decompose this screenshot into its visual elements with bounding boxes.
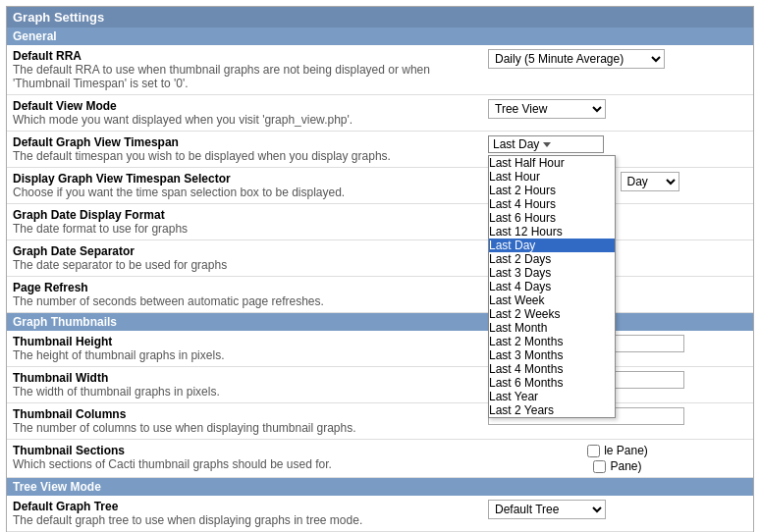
timespan-dropdown: Last Half Hour Last Hour Last 2 Hours La… <box>488 155 616 418</box>
default-graph-timespan-row: Default Graph View Timespan The default … <box>7 132 753 168</box>
default-view-mode-row: Default View Mode Which mode you want di… <box>7 95 753 132</box>
thumbnail-sections-label2: Pane) <box>610 459 641 473</box>
thumbnail-columns-label: Thumbnail Columns The number of columns … <box>13 407 484 435</box>
thumbnail-sections-checkbox2[interactable] <box>593 460 606 473</box>
timespan-option-last-hour[interactable]: Last Hour <box>489 170 615 184</box>
thumbnail-width-row: Thumbnail Width The width of thumbnail g… <box>7 367 753 403</box>
default-graph-timespan-title: Default Graph View Timespan <box>13 135 484 149</box>
thumbnail-sections-desc: Which sections of Cacti thumbnail graphs… <box>13 457 484 471</box>
display-timespan-selector-title: Display Graph View Timespan Selector <box>13 172 484 186</box>
page-refresh-desc: The number of seconds between automatic … <box>13 294 484 308</box>
default-rra-control: Daily (5 Minute Average) <box>484 49 747 69</box>
treeview-section-header: Tree View Mode <box>7 478 753 496</box>
default-view-mode-title: Default View Mode <box>13 99 484 113</box>
timespan-option-last-6-months[interactable]: Last 6 Months <box>489 376 615 390</box>
thumbnail-sections-title: Thumbnail Sections <box>13 444 484 457</box>
timespan-option-last-week[interactable]: Last Week <box>489 293 615 307</box>
timespan-option-last-2-days[interactable]: Last 2 Days <box>489 252 615 266</box>
thumbnail-sections-checkbox1[interactable] <box>587 445 600 457</box>
graph-date-separator-title: Graph Date Separator <box>13 244 484 258</box>
graph-date-separator-label: Graph Date Separator The date separator … <box>13 244 484 272</box>
default-graph-timespan-label: Default Graph View Timespan The default … <box>13 135 484 163</box>
default-rra-title: Default RRA <box>13 49 484 63</box>
timespan-selector-select[interactable]: Day <box>621 172 679 191</box>
graph-settings-panel: Graph Settings General Default RRA The d… <box>6 6 754 532</box>
timespan-option-last-half-hour[interactable]: Last Half Hour <box>489 156 615 170</box>
thumbnail-width-label: Thumbnail Width The width of thumbnail g… <box>13 371 484 399</box>
default-view-mode-desc: Which mode you want displayed when you v… <box>13 113 484 127</box>
default-view-mode-label: Default View Mode Which mode you want di… <box>13 99 484 127</box>
thumbnail-height-label: Thumbnail Height The height of thumbnail… <box>13 335 484 362</box>
default-graph-tree-select[interactable]: Default Tree <box>488 500 606 519</box>
default-graph-tree-title: Default Graph Tree <box>13 500 484 513</box>
timespan-option-last-2-hours[interactable]: Last 2 Hours <box>489 184 615 197</box>
default-rra-desc: The default RRA to use when thumbnail gr… <box>13 63 484 90</box>
thumbnail-width-title: Thumbnail Width <box>13 371 484 385</box>
thumbnail-sections-control: le Pane) Pane) <box>484 444 747 473</box>
page-refresh-label: Page Refresh The number of seconds betwe… <box>13 281 484 308</box>
timespan-option-last-2-weeks[interactable]: Last 2 Weeks <box>489 307 615 321</box>
display-timespan-selector-label: Display Graph View Timespan Selector Cho… <box>13 172 484 199</box>
timespan-option-last-2-years[interactable]: Last 2 Years <box>489 403 615 417</box>
timespan-option-last-3-months[interactable]: Last 3 Months <box>489 348 615 362</box>
timespan-option-last-year[interactable]: Last Year <box>489 390 615 403</box>
general-section-header: General <box>7 27 753 45</box>
thumbnail-height-desc: The height of thumbnail graphs in pixels… <box>13 348 484 362</box>
default-rra-label: Default RRA The default RRA to use when … <box>13 49 484 90</box>
timespan-arrow-icon <box>543 142 551 147</box>
timespan-option-last-4-days[interactable]: Last 4 Days <box>489 280 615 293</box>
default-graph-tree-label: Default Graph Tree The default graph tre… <box>13 500 484 527</box>
graph-date-separator-desc: The date separator to be used for graphs <box>13 258 484 272</box>
display-timespan-selector-row: Display Graph View Timespan Selector Cho… <box>7 168 753 204</box>
thumbnail-sections-row: Thumbnail Sections Which sections of Cac… <box>7 440 753 478</box>
default-graph-timespan-control: Last Day Last Half Hour Last Hour Last 2… <box>484 135 747 153</box>
thumbnail-columns-title: Thumbnail Columns <box>13 407 484 421</box>
default-graph-tree-row: Default Graph Tree The default graph tre… <box>7 496 753 532</box>
page-refresh-row: Page Refresh The number of seconds betwe… <box>7 277 753 313</box>
default-view-mode-control: Tree View List View Preview <box>484 99 747 119</box>
thumbnail-sections-option1: le Pane) <box>587 444 648 457</box>
graph-date-format-title: Graph Date Display Format <box>13 208 484 222</box>
default-graph-tree-desc: The default graph tree to use when displ… <box>13 513 484 527</box>
timespan-option-last-2-months[interactable]: Last 2 Months <box>489 335 615 348</box>
thumbnail-width-desc: The width of thumbnail graphs in pixels. <box>13 385 484 399</box>
thumbnail-height-row: Thumbnail Height The height of thumbnail… <box>7 331 753 367</box>
graph-date-format-label: Graph Date Display Format The date forma… <box>13 208 484 236</box>
timespan-option-last-12-hours[interactable]: Last 12 Hours <box>489 225 615 239</box>
timespan-option-last-4-hours[interactable]: Last 4 Hours <box>489 197 615 211</box>
page-refresh-title: Page Refresh <box>13 281 484 294</box>
timespan-option-last-3-days[interactable]: Last 3 Days <box>489 266 615 280</box>
timespan-option-last-day[interactable]: Last Day <box>489 239 615 252</box>
default-rra-select[interactable]: Daily (5 Minute Average) <box>488 49 665 69</box>
timespan-option-last-month[interactable]: Last Month <box>489 321 615 335</box>
timespan-current-value: Last Day <box>493 137 539 151</box>
timespan-select-display[interactable]: Last Day <box>488 135 604 153</box>
thumbnail-columns-row: Thumbnail Columns The number of columns … <box>7 403 753 440</box>
default-graph-timespan-desc: The default timespan you wish to be disp… <box>13 149 484 163</box>
panel-title: Graph Settings <box>7 7 753 27</box>
timespan-option-last-6-hours[interactable]: Last 6 Hours <box>489 211 615 225</box>
thumbnail-sections-label: Thumbnail Sections Which sections of Cac… <box>13 444 484 471</box>
display-timespan-selector-desc: Choose if you want the time span selecti… <box>13 186 484 199</box>
thumbnail-sections-label1: le Pane) <box>604 444 648 457</box>
default-view-mode-select[interactable]: Tree View List View Preview <box>488 99 606 119</box>
graph-date-format-row: Graph Date Display Format The date forma… <box>7 204 753 240</box>
timespan-option-last-4-months[interactable]: Last 4 Months <box>489 362 615 376</box>
default-graph-tree-control: Default Tree <box>484 500 747 519</box>
thumbnail-height-title: Thumbnail Height <box>13 335 484 348</box>
default-rra-row: Default RRA The default RRA to use when … <box>7 45 753 95</box>
graph-date-separator-row: Graph Date Separator The date separator … <box>7 240 753 277</box>
thumbnail-sections-option2: Pane) <box>593 459 641 473</box>
thumbnail-columns-desc: The number of columns to use when displa… <box>13 421 484 435</box>
graph-date-format-desc: The date format to use for graphs <box>13 222 484 236</box>
thumbnails-section-header: Graph Thumbnails <box>7 313 753 331</box>
